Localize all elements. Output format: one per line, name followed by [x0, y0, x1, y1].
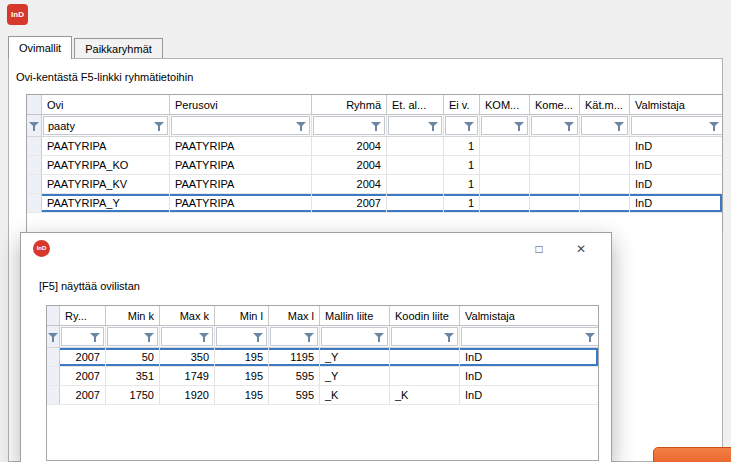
cell-et-al[interactable] [387, 175, 444, 193]
row-indicator[interactable] [47, 348, 60, 366]
cell-kome[interactable] [530, 194, 580, 212]
cell-ryhma[interactable]: 2004 [312, 175, 387, 193]
cell-ry[interactable]: 2007 [60, 348, 106, 366]
cell-kom[interactable] [480, 156, 530, 174]
table-row-selected[interactable]: 2007 50 350 195 1195 _Y InD [47, 348, 598, 367]
column-header-ryhma[interactable]: Ryhmä [312, 95, 387, 114]
column-header-ry[interactable]: Ry... [60, 306, 106, 325]
filter-indicator[interactable] [47, 326, 60, 347]
cell-kom[interactable] [480, 137, 530, 155]
cell-valmistaja[interactable]: InD [630, 194, 723, 212]
cell-kome[interactable] [530, 156, 580, 174]
cell-ry[interactable]: 2007 [60, 386, 106, 404]
cell-et-al[interactable] [387, 137, 444, 155]
filter-input-kome[interactable] [531, 116, 578, 135]
table-row-selected[interactable]: PAATYRIPA_Y PAATYRIPA 2007 1 InD [27, 194, 722, 213]
cell-min-l[interactable]: 195 [215, 386, 269, 404]
filter-icon[interactable] [154, 120, 165, 132]
filter-input-et-al[interactable] [388, 116, 442, 135]
row-indicator[interactable] [27, 194, 42, 212]
cell-valmistaja[interactable]: InD [460, 386, 599, 404]
tab-paikkaryhmat[interactable]: Paikkaryhmät [74, 38, 163, 58]
cell-min-l[interactable]: 195 [215, 367, 269, 385]
cell-kat-m[interactable] [580, 156, 630, 174]
filter-input-ei-v[interactable] [445, 116, 478, 135]
table-row[interactable]: 2007 351 1749 195 595 _Y InD [47, 367, 598, 386]
cell-ovi[interactable]: PAATYRIPA_KO [42, 156, 170, 174]
filter-indicator[interactable] [27, 115, 42, 136]
cell-min-k[interactable]: 1750 [106, 386, 160, 404]
cell-perusovi[interactable]: PAATYRIPA [170, 156, 312, 174]
cell-ei-v[interactable]: 1 [444, 175, 480, 193]
close-button[interactable]: ✕ [567, 237, 595, 260]
filter-input-valmistaja[interactable] [461, 327, 599, 346]
cell-ryhma[interactable]: 2004 [312, 137, 387, 155]
cell-perusovi[interactable]: PAATYRIPA [170, 175, 312, 193]
cell-et-al[interactable] [387, 194, 444, 212]
cell-ei-v[interactable]: 1 [444, 194, 480, 212]
cell-ryhma[interactable]: 2007 [312, 194, 387, 212]
corner-accent-button[interactable] [653, 447, 731, 462]
cell-min-k[interactable]: 351 [106, 367, 160, 385]
row-indicator[interactable] [27, 137, 42, 155]
app-icon[interactable]: InD [7, 4, 28, 25]
row-indicator[interactable] [27, 156, 42, 174]
cell-valmistaja[interactable]: InD [630, 175, 723, 193]
filter-input-kat-m[interactable] [581, 116, 628, 135]
filter-icon[interactable] [374, 331, 385, 343]
table-row[interactable]: PAATYRIPA_KO PAATYRIPA 2004 1 InD [27, 156, 722, 175]
filter-icon[interactable] [304, 331, 315, 343]
column-header-valmistaja[interactable]: Valmistaja [630, 95, 723, 114]
column-header-kat-m[interactable]: Kät.m... [580, 95, 630, 114]
filter-input-valmistaja[interactable] [631, 116, 723, 135]
filter-icon[interactable] [444, 331, 455, 343]
column-header-et-al[interactable]: Et. al... [387, 95, 444, 114]
filter-icon[interactable] [90, 331, 101, 343]
cell-perusovi[interactable]: PAATYRIPA [170, 194, 312, 212]
filter-icon[interactable] [464, 120, 475, 132]
cell-min-l[interactable]: 195 [215, 348, 269, 366]
column-header-mallin-liite[interactable]: Mallin liite [320, 306, 390, 325]
filter-input-max-k[interactable] [161, 327, 213, 346]
filter-input-max-l[interactable] [270, 327, 318, 346]
cell-mallin-liite[interactable]: _Y [320, 348, 390, 366]
cell-max-k[interactable]: 1749 [160, 367, 215, 385]
cell-ry[interactable]: 2007 [60, 367, 106, 385]
cell-max-l[interactable]: 595 [269, 386, 320, 404]
cell-ovi[interactable]: PAATYRIPA_Y [42, 194, 170, 212]
cell-mallin-liite[interactable]: _Y [320, 367, 390, 385]
cell-ovi[interactable]: PAATYRIPA [42, 137, 170, 155]
filter-input-mallin-liite[interactable] [321, 327, 388, 346]
table-row[interactable]: PAATYRIPA_KV PAATYRIPA 2004 1 InD [27, 175, 722, 194]
filter-icon[interactable] [253, 331, 264, 343]
row-indicator[interactable] [47, 386, 60, 404]
filter-input-kom[interactable] [481, 116, 528, 135]
cell-valmistaja[interactable]: InD [630, 137, 723, 155]
cell-max-l[interactable]: 595 [269, 367, 320, 385]
cell-koodin-liite[interactable] [390, 367, 460, 385]
filter-input-ry[interactable] [61, 327, 104, 346]
table-row[interactable]: 2007 1750 1920 195 595 _K _K InD [47, 386, 598, 405]
cell-mallin-liite[interactable]: _K [320, 386, 390, 404]
column-header-min-k[interactable]: Min k [106, 306, 160, 325]
cell-valmistaja[interactable]: InD [460, 367, 599, 385]
filter-input-perusovi[interactable] [171, 116, 310, 135]
column-header-ovi[interactable]: Ovi [42, 95, 170, 114]
filter-input-min-l[interactable] [216, 327, 267, 346]
column-header-kom[interactable]: KOM... [480, 95, 530, 114]
cell-kom[interactable] [480, 194, 530, 212]
row-indicator[interactable] [47, 367, 60, 385]
filter-input-min-k[interactable] [107, 327, 158, 346]
filter-input-koodin-liite[interactable] [391, 327, 458, 346]
column-header-max-l[interactable]: Max l [269, 306, 320, 325]
tab-ovimallit[interactable]: Ovimallit [8, 36, 72, 59]
filter-icon[interactable] [564, 120, 575, 132]
filter-icon[interactable] [585, 331, 596, 343]
cell-max-l[interactable]: 1195 [269, 348, 320, 366]
column-header-min-l[interactable]: Min l [215, 306, 269, 325]
column-header-perusovi[interactable]: Perusovi [170, 95, 312, 114]
filter-icon[interactable] [29, 120, 40, 132]
cell-valmistaja[interactable]: InD [460, 348, 599, 366]
filter-icon[interactable] [709, 120, 720, 132]
cell-ei-v[interactable]: 1 [444, 137, 480, 155]
